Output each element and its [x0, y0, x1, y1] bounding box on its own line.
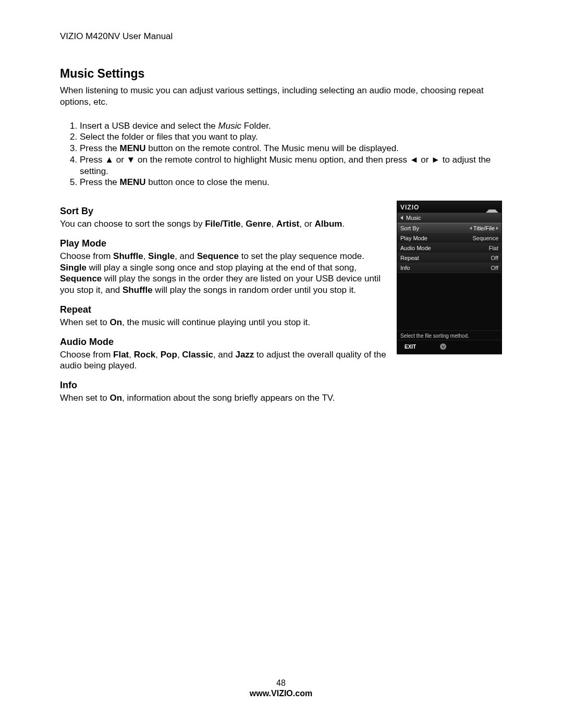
text: , and — [175, 251, 197, 261]
step-4: Press ▲ or ▼ on the remote control to hi… — [80, 154, 502, 177]
osd-row-label: Sort By — [400, 225, 419, 231]
audiomode-text: Choose from Flat, Rock, Pop, Classic, an… — [60, 349, 387, 372]
osd-row-repeat: Repeat Off — [397, 253, 501, 263]
bold-text: Single — [60, 263, 87, 273]
bold-text: Sequence — [197, 251, 239, 261]
osd-row-sortby: Sort By Title/File — [397, 223, 501, 233]
sortby-heading: Sort By — [60, 206, 387, 217]
step-3: Press the MENU button on the remote cont… — [80, 143, 502, 154]
osd-exit-label: EXIT — [405, 344, 416, 350]
bold-text: Sequence — [60, 274, 102, 283]
info-heading: Info — [60, 380, 387, 391]
text: will play a single song once and stop pl… — [87, 263, 357, 273]
footer-url: www.VIZIO.com — [60, 689, 502, 698]
bold-text: On — [109, 317, 122, 327]
osd-row-value: Flat — [489, 245, 498, 251]
osd-row-label: Play Mode — [400, 235, 427, 241]
text: , — [129, 350, 133, 360]
osd-row-value: Off — [491, 255, 498, 261]
osd-row-info: Info Off — [397, 263, 501, 273]
intro-paragraph: When listening to music you can adjust v… — [60, 85, 502, 108]
text: , — [177, 350, 182, 360]
text: You can choose to sort the songs by — [60, 219, 205, 229]
bold-text: Classic — [182, 350, 213, 360]
text: Choose from — [60, 350, 113, 360]
chevron-left-icon — [400, 216, 403, 220]
text: When set to — [60, 317, 109, 327]
bold-text: Artist — [276, 219, 299, 229]
osd-breadcrumb: Music — [397, 213, 501, 223]
osd-row-label: Audio Mode — [400, 245, 431, 251]
osd-logo: VIZIO — [400, 204, 419, 211]
sortby-text: You can choose to sort the songs by File… — [60, 218, 387, 230]
osd-row-value: Sequence — [472, 235, 498, 241]
bold-text: MENU — [120, 177, 146, 187]
text: Press the — [80, 143, 120, 153]
osd-row-value: Off — [491, 265, 498, 271]
text: , — [143, 251, 148, 261]
osd-row-playmode: Play Mode Sequence — [397, 233, 501, 243]
text: button once to close the menu. — [146, 177, 270, 187]
bold-text: Album — [315, 219, 342, 229]
repeat-heading: Repeat — [60, 304, 387, 315]
repeat-text: When set to On, the music will continue … — [60, 317, 387, 328]
text: , and — [213, 350, 236, 360]
italic-text: Music — [218, 121, 241, 131]
doc-header: VIZIO M420NV User Manual — [60, 31, 502, 42]
osd-crumb-label: Music — [406, 215, 421, 221]
bold-text: Rock — [134, 350, 156, 360]
step-5: Press the MENU button once to close the … — [80, 177, 502, 188]
osd-menu: Sort By Title/File Play Mode Sequence Au… — [397, 223, 501, 273]
osd-screenshot: VIZIO Music Sort By Title/File Play Mode… — [397, 201, 502, 354]
bold-text: Shuffle — [123, 285, 153, 295]
text: When set to — [60, 393, 109, 403]
text: Press the — [80, 177, 120, 187]
text: Insert a USB device and select the — [80, 121, 218, 131]
page-number: 48 — [60, 678, 502, 688]
audiomode-heading: Audio Mode — [60, 337, 387, 348]
osd-empty-area — [397, 273, 501, 330]
text: to set the play sequence mode. — [239, 251, 364, 261]
page-title: Music Settings — [60, 67, 502, 81]
step-1: Insert a USB device and select the Music… — [80, 120, 502, 132]
text: , the music will continue playing until … — [122, 317, 310, 327]
text: , — [241, 219, 246, 229]
playmode-heading: Play Mode — [60, 238, 387, 249]
bold-text: Pop — [161, 350, 177, 360]
text: . — [342, 219, 345, 229]
text: , or — [299, 219, 314, 229]
text: Folder. — [241, 121, 271, 131]
bold-text: Jazz — [235, 350, 254, 360]
v-button-icon: V — [440, 343, 446, 350]
playmode-text: Choose from Shuffle, Single, and Sequenc… — [60, 251, 387, 296]
text: button on the remote control. The Music … — [146, 143, 399, 153]
home-icon — [486, 204, 498, 213]
steps-list: Insert a USB device and select the Music… — [60, 120, 502, 189]
bold-text: File/Title — [205, 219, 241, 229]
chevron-left-icon — [470, 227, 472, 230]
info-text: When set to On, information about the so… — [60, 392, 387, 404]
text: , — [155, 350, 160, 360]
bold-text: Shuffle — [113, 251, 143, 261]
osd-hint-text: Select the file sorting method. — [397, 330, 501, 340]
osd-row-audiomode: Audio Mode Flat — [397, 243, 501, 253]
bold-text: Single — [148, 251, 175, 261]
osd-row-label: Repeat — [400, 255, 419, 261]
bold-text: On — [109, 393, 122, 403]
osd-row-label: Info — [400, 265, 410, 271]
text: will play the songs in random order unti… — [153, 285, 356, 295]
osd-row-value: Title/File — [473, 225, 495, 231]
bold-text: MENU — [120, 143, 146, 153]
page-footer: 48 www.VIZIO.com — [60, 678, 502, 698]
text: , — [271, 219, 276, 229]
text: Choose from — [60, 251, 113, 261]
step-2: Select the folder or files that you want… — [80, 131, 502, 143]
text: , information about the song briefly app… — [122, 393, 335, 403]
chevron-right-icon — [496, 227, 498, 230]
bold-text: Flat — [113, 350, 129, 360]
bold-text: Genre — [246, 219, 271, 229]
